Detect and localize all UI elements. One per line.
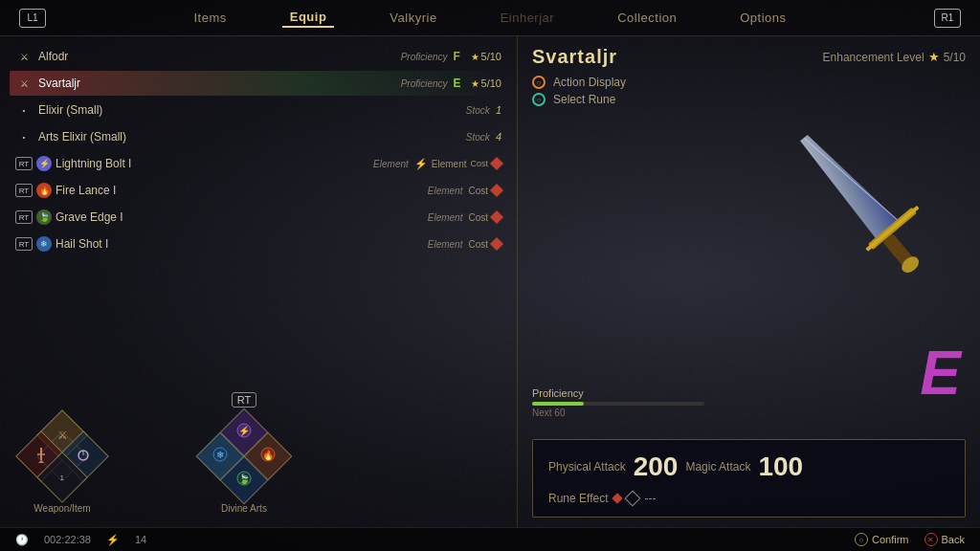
slot-left-icon [33,447,50,466]
currency-amount: 14 [135,534,146,545]
stats-box: Physical Attack 200 Magic Attack 100 Run… [532,439,966,518]
main-content: ⚔ Alfodr Proficiency F ★ 5/10 ⚔ Svartalj… [0,36,980,527]
tab-einherjar: Einherjar [493,9,563,27]
proficiency-next: Next 60 [532,408,724,418]
grade-badge: F [454,50,467,63]
weapon-icon: ⚔ [15,48,33,65]
element-symbol: ⚡ [414,158,428,170]
equip-count: 5/10 [481,77,501,89]
rune-effect-label: Rune Effect [548,492,608,505]
select-rune-icon: ○ [532,93,546,106]
equip-label: Element [428,186,463,196]
action-display-icon: ○ [532,76,546,89]
rune-diamond-icon [612,493,623,503]
proficiency-bar-background [532,402,704,406]
equip-row-alfodr[interactable]: ⚔ Alfodr Proficiency F ★ 5/10 [10,44,507,69]
equip-label: Stock [466,105,490,116]
equip-name: Grave Edge I [56,210,428,224]
svg-text:⚡: ⚡ [238,425,251,437]
status-right: ○ Confirm ✕ Back [855,533,965,546]
right-panel: Svartaljr Enhancement Level ★ 5/10 ○ Act… [518,36,980,527]
equip-row-arts-elixir[interactable]: • Arts Elixir (Small) Stock 4 [10,124,507,149]
status-left: 🕐 002:22:38 ⚡ 14 [15,534,146,546]
weapon-image-area: E Proficiency Next 60 [532,114,966,428]
select-rune-label: Select Rune [553,93,615,106]
weapon-name: Svartaljr [532,46,617,68]
equip-label: Element [428,239,463,250]
rt-badge: RT [15,237,33,251]
equip-label: Stock [466,132,490,143]
proficiency-grade: E [920,338,961,408]
confirm-button[interactable]: ○ Confirm [855,533,909,546]
star-icon: ★ [471,78,479,89]
equip-label: Element [373,159,409,169]
equip-row-svartaljr[interactable]: ⚔ Svartaljr Proficiency E ★ 5/10 [10,71,507,96]
svg-text:❄: ❄ [216,450,224,460]
grade-badge: E [454,77,467,90]
tab-options[interactable]: Options [732,9,793,27]
magic-attack-value: 100 [758,452,803,482]
equip-count: 1 [496,104,501,116]
rt-label: RT [232,392,256,408]
rune-outline-icon [625,491,641,507]
weapon-item-slot-group: ✦ ⚔ [19,413,105,514]
currency-icon: ⚡ [106,534,120,546]
item-icon: • [15,101,33,119]
divine-arts-group: RT ⚡ [201,392,287,514]
weapon-header: Svartaljr Enhancement Level ★ 5/10 [532,46,966,68]
equip-row-hail-shot[interactable]: RT ❄ Hail Shot I Element Cost [10,231,507,256]
left-panel: ⚔ Alfodr Proficiency F ★ 5/10 ⚔ Svartalj… [0,36,517,527]
cost-label: Element [432,159,467,169]
physical-attack-label: Physical Attack [548,460,626,474]
back-label: Back [942,534,965,545]
bottom-equipment-area: ✦ ⚔ [10,395,507,519]
equip-row-fire[interactable]: RT 🔥 Fire Lance I Element Cost [10,178,507,203]
equip-row-lightning[interactable]: RT ⚡ Lightning Bolt I Element ⚡ Element … [10,151,507,176]
rt-badge: RT [15,210,33,224]
item-icon: • [15,128,33,145]
equip-name: Fire Lance I [56,184,428,197]
back-button[interactable]: ✕ Back [924,533,965,546]
arts-top-icon: ⚡ [234,421,254,444]
weapon-image [765,95,956,290]
element-icon-lightning: ⚡ [36,156,52,171]
rt-badge: RT [15,184,33,197]
tab-collection[interactable]: Collection [610,9,684,27]
confirm-circle-icon: ○ [855,533,868,546]
equip-row-elixir[interactable]: • Elixir (Small) Stock 1 [10,98,507,122]
equip-name: Alfodr [38,50,401,63]
equip-name: Svartaljr [38,77,401,90]
cost-diamond [490,157,503,170]
slot-bottom-num: 1 [60,473,64,481]
weapon-item-label: Weapon/Item [33,503,90,514]
svg-marker-2 [38,460,44,463]
cost-label2: Cost [470,159,488,168]
l1-button[interactable]: L1 [19,9,46,28]
enhancement-info: Enhancement Level ★ 5/10 [823,50,966,64]
cost-label: Cost [468,239,488,250]
svg-marker-13 [796,125,899,239]
r1-button[interactable]: R1 [934,9,961,28]
time-display: 002:22:38 [44,534,91,545]
physical-attack-value: 200 [634,452,679,482]
cost-label: Cost [468,212,488,223]
tab-items[interactable]: Items [186,9,234,27]
proficiency-label: Proficiency [532,387,724,399]
rt-badge: RT [15,157,33,170]
equip-count: 4 [496,131,501,143]
cost-diamond [490,210,503,224]
top-navigation: L1 Items Equip Valkyrie Einherjar Collec… [0,0,980,36]
divine-arts-label: Divine Arts [221,503,267,514]
equip-count: 5/10 [481,51,501,62]
equip-label: Element [428,212,463,223]
weapon-icon: ⚔ [15,75,33,92]
equip-row-grave-edge[interactable]: RT 🍃 Grave Edge I Element Cost [10,205,507,230]
tab-equip[interactable]: Equip [282,8,335,28]
tab-valkyrie[interactable]: Valkyrie [382,9,444,27]
equip-name: Hail Shot I [56,237,428,251]
action-display-option[interactable]: ○ Action Display [532,76,966,89]
enhancement-count: 5/10 [944,51,966,64]
equip-name: Arts Elixir (Small) [38,130,466,143]
svg-text:🔥: 🔥 [262,449,275,461]
cost-label: Cost [468,186,488,196]
